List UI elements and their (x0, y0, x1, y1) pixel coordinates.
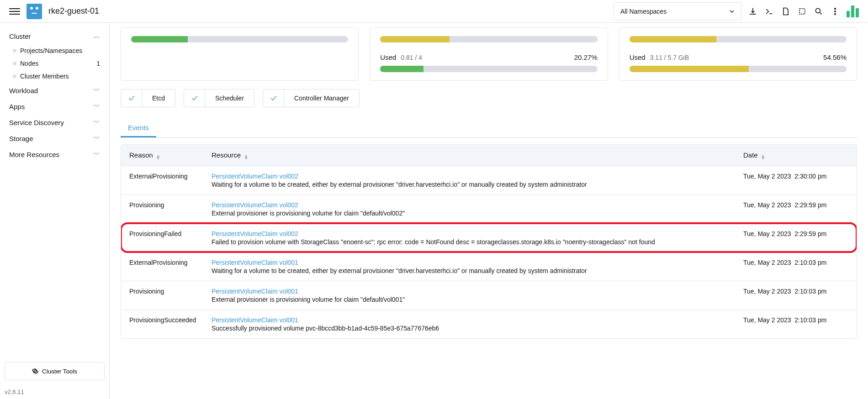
column-header-resource[interactable]: Resource▲▼ (212, 151, 743, 159)
sidebar-section-label: Service Discovery (9, 119, 64, 126)
check-icon (184, 89, 205, 107)
sidebar-section-storage[interactable]: Storage﹀ (0, 131, 109, 147)
gauge-top-bar (630, 36, 847, 42)
sort-icon: ▲▼ (761, 155, 766, 159)
gauge-bottom-bar (630, 66, 847, 72)
sidebar-section-service-discovery[interactable]: Service Discovery﹀ (0, 115, 109, 131)
bullet-icon (13, 74, 16, 78)
chevron-down-icon: ﹀ (93, 86, 100, 95)
svg-rect-0 (799, 9, 805, 14)
sidebar-section-label: More Resources (9, 151, 59, 158)
event-resource-link[interactable]: PersistentVolumeClaim vol001 (212, 259, 734, 266)
resource-gauges-row: Used0.81 / 420.27%Used3.11 / 5.7 GiB54.5… (121, 27, 857, 81)
tab-events[interactable]: Events (121, 119, 156, 137)
menu-toggle-button[interactable] (9, 6, 20, 17)
event-resource-cell: PersistentVolumeClaim vol002Waiting for … (212, 173, 743, 188)
gauge-used-label: Used (380, 53, 396, 61)
status-chip-label: Scheduler (205, 89, 254, 107)
rancher-logo[interactable] (26, 4, 42, 19)
event-resource-link[interactable]: PersistentVolumeClaim vol001 (212, 316, 734, 324)
event-message: External provisioner is provisioning vol… (212, 210, 734, 217)
gauge-card: Used0.81 / 420.27% (370, 27, 608, 81)
chevron-down-icon: ﹀ (93, 102, 100, 111)
brand-bars-icon (847, 5, 859, 17)
chevron-down-icon: ﹀ (93, 150, 100, 159)
download-kubeconfig-button[interactable] (748, 6, 758, 16)
gauge-card: Used3.11 / 5.7 GiB54.56% (619, 27, 857, 81)
events-table: Reason▲▼ Resource▲▼ Date▲▼ ExternalProvi… (121, 144, 857, 339)
event-resource-link[interactable]: PersistentVolumeClaim vol001 (212, 288, 734, 295)
sidebar-item-cluster-members[interactable]: Cluster Members (0, 70, 109, 83)
status-chip-controller-manager[interactable]: Controller Manager (263, 89, 360, 107)
bullet-icon (13, 62, 16, 65)
event-date: Tue, May 2 2023 2:10:03 pm (743, 316, 848, 324)
event-date: Tue, May 2 2023 2:29:59 pm (743, 230, 848, 237)
sidebar-section-label: Cluster (9, 32, 31, 40)
event-reason: ProvisioningFailed (129, 230, 212, 237)
cluster-tools-label: Cluster Tools (42, 368, 77, 375)
status-chip-label: Etcd (142, 89, 175, 107)
sidebar-item-nodes[interactable]: Nodes1 (0, 57, 109, 70)
event-resource-cell: PersistentVolumeClaim vol001External pro… (212, 288, 743, 303)
gear-icon (32, 368, 38, 374)
event-resource-cell: PersistentVolumeClaim vol001Successfully… (212, 316, 743, 332)
copy-config-button[interactable] (797, 6, 807, 16)
column-header-reason[interactable]: Reason▲▼ (129, 151, 212, 159)
event-date: Tue, May 2 2023 2:10:03 pm (743, 259, 848, 266)
gauge-used-row: Used3.11 / 5.7 GiB54.56% (630, 53, 847, 61)
gauge-used-row: Used0.81 / 420.27% (380, 53, 597, 61)
check-icon (263, 89, 284, 107)
more-actions-button[interactable] (830, 6, 840, 16)
event-resource-link[interactable]: PersistentVolumeClaim vol002 (212, 173, 734, 180)
status-chip-scheduler[interactable]: Scheduler (184, 89, 254, 107)
sidebar-item-label: Cluster Members (20, 73, 69, 80)
search-button[interactable] (814, 6, 824, 16)
sidebar-section-cluster[interactable]: Cluster︿ (0, 28, 109, 44)
gauge-percent: 20.27% (574, 53, 598, 61)
sidebar-section-apps[interactable]: Apps﹀ (0, 99, 109, 115)
component-status-row: EtcdSchedulerController Manager (121, 89, 857, 107)
gauge-card (121, 27, 359, 81)
sidebar-section-more-resources[interactable]: More Resources﹀ (0, 147, 109, 163)
event-date: Tue, May 2 2023 2:10:03 pm (743, 288, 848, 295)
gauge-used-label: Used (630, 53, 646, 61)
svg-point-4 (835, 13, 836, 15)
bullet-icon (13, 49, 16, 52)
namespace-selector[interactable]: All Namespaces (614, 2, 741, 21)
svg-point-3 (835, 10, 836, 12)
event-resource-link[interactable]: PersistentVolumeClaim vol002 (212, 230, 734, 237)
event-row: ProvisioningFailedPersistentVolumeClaim … (121, 223, 857, 252)
import-yaml-button[interactable] (781, 6, 791, 16)
gauge-percent: 54.56% (823, 53, 847, 61)
gauge-used-sub: 0.81 / 4 (401, 54, 422, 61)
event-message: Failed to provision volume with StorageC… (212, 238, 734, 246)
event-row: ProvisioningSucceededPersistentVolumeCla… (121, 310, 857, 338)
status-chip-label: Controller Manager (284, 89, 359, 107)
event-resource-link[interactable]: PersistentVolumeClaim vol002 (212, 201, 734, 209)
chevron-down-icon: ﹀ (93, 118, 100, 127)
event-resource-cell: PersistentVolumeClaim vol002Failed to pr… (212, 230, 743, 246)
sidebar-section-label: Workload (9, 87, 38, 94)
events-tabs: Events (121, 119, 857, 138)
cluster-name[interactable]: rke2-guest-01 (48, 6, 99, 16)
cluster-tools-button[interactable]: Cluster Tools (5, 362, 105, 380)
sidebar-section-label: Storage (9, 135, 33, 142)
column-header-date[interactable]: Date▲▼ (743, 151, 848, 159)
event-message: External provisioner is provisioning vol… (212, 296, 734, 303)
status-chip-etcd[interactable]: Etcd (121, 89, 175, 107)
event-reason: ExternalProvisioning (129, 173, 212, 180)
sidebar-item-label: Projects/Namespaces (20, 47, 82, 54)
event-row: ExternalProvisioningPersistentVolumeClai… (121, 166, 857, 194)
event-reason: Provisioning (129, 201, 212, 209)
event-reason: ProvisioningSucceeded (129, 316, 212, 324)
chevron-up-icon: ︿ (93, 32, 100, 41)
chevron-down-icon: ﹀ (93, 134, 100, 143)
event-date: Tue, May 2 2023 2:29:59 pm (743, 201, 848, 209)
main-content: Used0.81 / 420.27%Used3.11 / 5.7 GiB54.5… (110, 23, 868, 399)
sidebar-section-workload[interactable]: Workload﹀ (0, 83, 109, 99)
version-label: v2.6.11 (0, 385, 109, 399)
sidebar-item-projects-namespaces[interactable]: Projects/Namespaces (0, 44, 109, 57)
kubectl-shell-button[interactable] (764, 6, 774, 16)
namespace-selector-value: All Namespaces (620, 8, 667, 15)
event-message: Waiting for a volume to be created, eith… (212, 267, 734, 274)
